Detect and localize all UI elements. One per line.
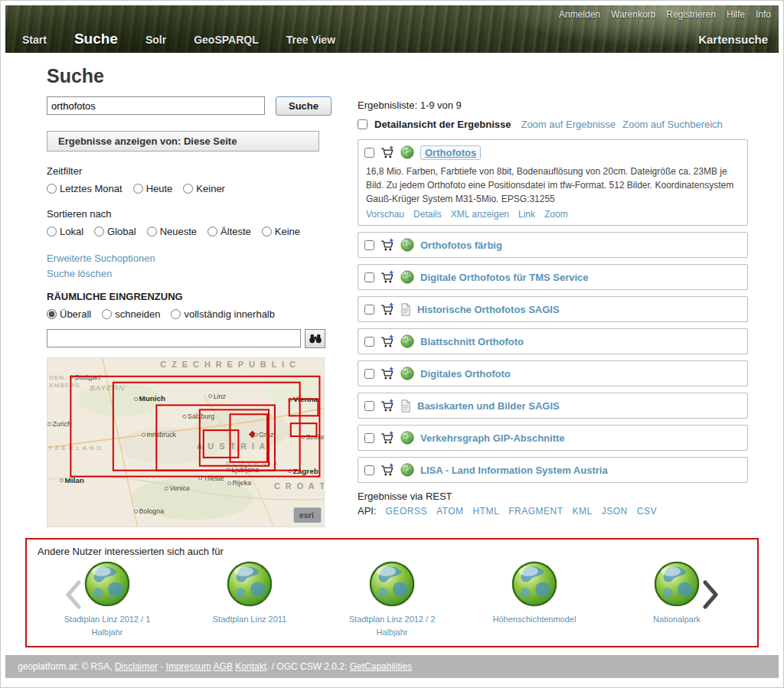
- related-item[interactable]: Höhenschichtenmodel: [482, 560, 586, 638]
- sort-radio[interactable]: [94, 227, 104, 236]
- nav-item-suche[interactable]: Suche: [74, 31, 118, 47]
- radio-option-keiner[interactable]: Keiner: [183, 183, 225, 194]
- result-title-link[interactable]: LISA - Land Information System Austria: [420, 465, 608, 476]
- result-action-details[interactable]: Details: [413, 209, 442, 220]
- api-link-csv[interactable]: CSV: [637, 506, 657, 517]
- spatial-map-svg[interactable]: esri C Z E C H R E P U B L I CDEN-EMBERG…: [47, 358, 324, 527]
- sort-radio[interactable]: [207, 227, 217, 236]
- related-item[interactable]: Stadtplan Linz 2011: [198, 560, 302, 638]
- spatial-map[interactable]: esri C Z E C H R E P U B L I CDEN-EMBERG…: [47, 357, 325, 527]
- zoom-results-link[interactable]: Zoom auf Ergebnisse: [521, 119, 616, 130]
- top-link-warenkorb[interactable]: Warenkorb: [611, 9, 655, 20]
- result-select-checkbox[interactable]: [364, 369, 374, 379]
- top-link-registrieren[interactable]: Registrieren: [666, 9, 716, 20]
- result-select-checkbox[interactable]: [364, 465, 374, 475]
- result-action-vorschau[interactable]: Vorschau: [366, 209, 404, 220]
- radio-option-global[interactable]: Global: [94, 226, 136, 237]
- place-search-button[interactable]: [305, 329, 325, 348]
- result-title-link[interactable]: Basiskarten und Bilder SAGIS: [417, 400, 560, 412]
- top-link-hilfe[interactable]: Hilfe: [727, 9, 745, 20]
- related-item-label[interactable]: Stadtplan Linz 2012 / 1 Halbjahr: [55, 613, 159, 638]
- sort-radio[interactable]: [147, 227, 157, 236]
- result-select-checkbox[interactable]: [364, 272, 374, 282]
- sort-radio[interactable]: [47, 227, 57, 236]
- result-action-link[interactable]: Link: [518, 209, 535, 220]
- related-item-label[interactable]: Stadtplan Linz 2012 / 2 Halbjahr: [340, 613, 444, 638]
- top-link-info[interactable]: Info: [756, 9, 771, 20]
- timefilter-radio[interactable]: [47, 184, 57, 194]
- result-action-xml-anzeigen[interactable]: XML anzeigen: [451, 209, 509, 220]
- result-title-link[interactable]: Orthofotos färbig: [420, 240, 502, 251]
- result-select-checkbox[interactable]: [364, 240, 374, 250]
- result-action-zoom[interactable]: Zoom: [544, 209, 568, 220]
- radio-option-neueste[interactable]: Neueste: [147, 226, 197, 237]
- result-title-link[interactable]: Historische Orthofotos SAGIS: [417, 304, 560, 315]
- footer-link-agb[interactable]: AGB: [214, 661, 233, 672]
- add-to-cart-icon[interactable]: [381, 302, 394, 316]
- sort-radio[interactable]: [262, 227, 272, 236]
- footer-link-kontakt[interactable]: Kontakt: [235, 661, 266, 672]
- result-select-checkbox[interactable]: [364, 401, 374, 411]
- api-link-json[interactable]: JSON: [602, 506, 628, 517]
- related-item-label[interactable]: Nationalpark: [625, 613, 729, 626]
- advanced-search-link[interactable]: Erweiterte Suchoptionen: [47, 253, 155, 264]
- add-to-cart-icon[interactable]: [381, 270, 394, 284]
- place-search-input[interactable]: [47, 329, 301, 347]
- clear-search-link[interactable]: Suche löschen: [47, 268, 112, 279]
- footer-link-getcapabilities[interactable]: GetCapabilities: [350, 661, 412, 672]
- top-link-anmelden[interactable]: Anmelden: [559, 9, 600, 20]
- nav-item-start[interactable]: Start: [22, 34, 47, 46]
- zoom-search-area-link[interactable]: Zoom auf Suchbereich: [622, 119, 723, 130]
- related-item-label[interactable]: Stadtplan Linz 2011: [198, 613, 302, 626]
- api-link-html[interactable]: HTML: [473, 506, 500, 517]
- radio-option-überall[interactable]: Überall: [47, 308, 91, 320]
- result-select-checkbox[interactable]: [364, 433, 374, 443]
- map-city-label: Venice: [169, 485, 190, 493]
- spatial-radio[interactable]: [102, 309, 112, 319]
- nav-item-solr[interactable]: Solr: [145, 34, 166, 46]
- radio-option-schneiden[interactable]: schneiden: [102, 308, 160, 320]
- search-input[interactable]: [47, 96, 265, 115]
- nav-item-tree-view[interactable]: Tree View: [286, 34, 335, 46]
- result-title-link[interactable]: Digitale Orthofotos für TMS Service: [420, 272, 589, 283]
- radio-option-letztes-monat[interactable]: Letztes Monat: [47, 183, 122, 194]
- spatial-radio[interactable]: [47, 309, 57, 319]
- result-select-checkbox[interactable]: [364, 337, 374, 347]
- api-link-atom[interactable]: ATOM: [436, 506, 464, 517]
- add-to-cart-icon[interactable]: [381, 431, 394, 445]
- api-link-fragment[interactable]: FRAGMENT: [508, 506, 563, 517]
- carousel-prev-button[interactable]: [64, 579, 82, 612]
- add-to-cart-icon[interactable]: [381, 399, 394, 412]
- timefilter-radio[interactable]: [183, 184, 193, 194]
- add-to-cart-icon[interactable]: [381, 463, 394, 477]
- radio-option-keine[interactable]: Keine: [262, 226, 300, 237]
- nav-item-kartensuche[interactable]: Kartensuche: [698, 33, 768, 46]
- result-title-link[interactable]: Digitales Orthofoto: [420, 368, 511, 380]
- carousel-next-button[interactable]: [702, 579, 720, 612]
- radio-option-älteste[interactable]: Älteste: [207, 226, 251, 237]
- spatial-radio[interactable]: [171, 309, 181, 319]
- radio-option-heute[interactable]: Heute: [133, 183, 173, 194]
- search-submit-button[interactable]: Suche: [276, 96, 332, 116]
- result-select-checkbox[interactable]: [364, 305, 374, 315]
- footer-link-disclaimer[interactable]: Disclaimer: [115, 661, 158, 672]
- detail-view-checkbox[interactable]: [358, 119, 368, 129]
- footer-link-impressum[interactable]: Impressum: [166, 661, 211, 672]
- api-link-kml[interactable]: KML: [573, 506, 593, 517]
- result-title-link[interactable]: Verkehrsgraph GIP-Abschnitte: [420, 432, 565, 444]
- globe-icon: [400, 463, 414, 477]
- radio-option-lokal[interactable]: Lokal: [47, 226, 83, 237]
- related-item-label[interactable]: Höhenschichtenmodel: [482, 613, 586, 626]
- timefilter-radio[interactable]: [133, 184, 143, 194]
- result-select-checkbox[interactable]: [364, 148, 374, 158]
- nav-item-geosparql[interactable]: GeoSPARQL: [194, 34, 259, 46]
- add-to-cart-icon[interactable]: [381, 238, 394, 252]
- related-item[interactable]: Stadtplan Linz 2012 / 2 Halbjahr: [340, 560, 444, 638]
- result-title-link[interactable]: Orthofotos: [420, 145, 481, 160]
- add-to-cart-icon[interactable]: [381, 367, 394, 380]
- add-to-cart-icon[interactable]: [381, 334, 394, 348]
- radio-option-vollständig-innerhalb[interactable]: vollständig innerhalb: [171, 308, 275, 320]
- api-link-georss[interactable]: GEORSS: [386, 506, 427, 517]
- result-title-link[interactable]: Blattschnitt Orthofoto: [420, 336, 524, 347]
- add-to-cart-icon[interactable]: [381, 145, 394, 159]
